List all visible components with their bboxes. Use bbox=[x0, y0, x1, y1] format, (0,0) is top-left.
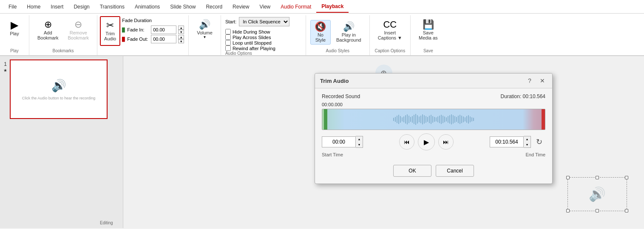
dialog-title: Trim Audio bbox=[320, 78, 349, 84]
tab-animations[interactable]: Animations bbox=[130, 1, 165, 12]
hide-during-show-checkbox[interactable] bbox=[225, 29, 231, 34]
end-time-spinner[interactable]: ▲ ▼ bbox=[524, 136, 531, 148]
handle-bm[interactable] bbox=[596, 209, 599, 212]
no-style-label: NoStyle bbox=[315, 32, 326, 42]
start-time-down[interactable]: ▼ bbox=[356, 142, 363, 147]
loop-until-stopped-label: Loop until Stopped bbox=[233, 40, 272, 45]
tab-playback[interactable]: Playback bbox=[316, 1, 349, 13]
no-style-button[interactable]: 🔇 NoStyle bbox=[310, 20, 331, 45]
ribbon-tabs-bar: File Home Insert Design Transitions Anim… bbox=[0, 0, 644, 14]
volume-button[interactable]: 🔊 Volume ▼ bbox=[193, 18, 216, 41]
remove-bookmark-button[interactable]: ⊖ RemoveBookmark bbox=[64, 18, 93, 42]
fade-out-down[interactable]: ▼ bbox=[178, 39, 184, 43]
play-pause-button[interactable]: ▶ bbox=[418, 133, 435, 150]
tab-audio-format[interactable]: Audio Format bbox=[275, 1, 316, 12]
trim-audio-dialog: Trim Audio ? ✕ Recorded Sound Duration: … bbox=[315, 73, 553, 184]
save-content: 💾 SaveMedia as bbox=[414, 16, 443, 48]
waveform-end-handle[interactable] bbox=[542, 109, 545, 130]
end-time-down[interactable]: ▼ bbox=[524, 142, 531, 147]
tab-record[interactable]: Record bbox=[201, 1, 227, 12]
ribbon-group-save: 💾 SaveMedia as Save bbox=[411, 15, 446, 55]
add-bookmark-label: AddBookmark bbox=[37, 30, 59, 40]
fade-in-row: ▉ Fade In: ▲ ▼ bbox=[122, 25, 184, 34]
fade-in-up[interactable]: ▲ bbox=[178, 25, 184, 30]
fade-in-bar-icon: ▉ bbox=[122, 28, 125, 32]
loop-until-stopped-checkbox[interactable] bbox=[225, 40, 231, 45]
captions-icon: CC bbox=[383, 20, 397, 29]
waveform-lines bbox=[393, 109, 474, 130]
trim-audio-button[interactable]: ✂ TrimAudio bbox=[100, 16, 120, 46]
play-button[interactable]: ▶ Play bbox=[4, 18, 25, 38]
rewind-checkbox[interactable] bbox=[225, 45, 231, 51]
fade-in-label: Fade In: bbox=[127, 27, 149, 32]
tab-slideshow[interactable]: Slide Show bbox=[165, 1, 201, 12]
end-time-up[interactable]: ▲ bbox=[524, 136, 531, 142]
save-label: SaveMedia as bbox=[419, 30, 438, 40]
handle-bl[interactable] bbox=[566, 209, 570, 212]
start-row: Start: In Click Sequence bbox=[225, 17, 289, 26]
handle-br[interactable] bbox=[625, 209, 628, 212]
fade-out-label: Fade Out: bbox=[127, 37, 149, 42]
handle-tl[interactable] bbox=[566, 176, 570, 179]
canvas-area: ⊕ Trim Audio ? ✕ Recorded Sound Duration… bbox=[123, 56, 644, 228]
no-style-icon: 🔇 bbox=[315, 22, 326, 31]
hide-during-show-row: Hide During Show bbox=[225, 29, 270, 34]
save-media-button[interactable]: 💾 SaveMedia as bbox=[415, 18, 442, 42]
play-background-button[interactable]: 🔊 Play inBackground bbox=[332, 20, 365, 45]
rewind-button[interactable]: ⏮ bbox=[399, 134, 414, 150]
tab-design[interactable]: Design bbox=[68, 1, 94, 12]
slide-panel: 1 ★ 🔊 Click the Audio button to hear the… bbox=[0, 56, 123, 228]
start-select[interactable]: In Click Sequence bbox=[239, 17, 289, 26]
captions-content: CC InsertCaptions ▼ bbox=[373, 16, 407, 48]
slide-image[interactable]: 🔊 Click the Audio button to hear the rec… bbox=[10, 59, 108, 119]
fast-forward-button[interactable]: ⏭ bbox=[438, 134, 454, 150]
fade-section: Fade Duration ▉ Fade In: ▲ ▼ ▉ Fade Out:… bbox=[120, 16, 186, 45]
play-across-slides-checkbox[interactable] bbox=[225, 34, 231, 40]
insert-captions-button[interactable]: CC InsertCaptions ▼ bbox=[374, 18, 406, 42]
trim-audio-icon: ✂ bbox=[106, 21, 114, 30]
start-time-input[interactable] bbox=[322, 136, 356, 147]
dialog-header-row: Recorded Sound Duration: 00:10.564 bbox=[322, 93, 545, 99]
tab-review[interactable]: Review bbox=[227, 1, 254, 12]
start-time-spinner[interactable]: ▲ ▼ bbox=[356, 136, 363, 148]
handle-tr[interactable] bbox=[625, 176, 628, 179]
tab-transitions[interactable]: Transitions bbox=[95, 1, 130, 12]
tab-home[interactable]: Home bbox=[22, 1, 45, 12]
save-group-label: Save bbox=[423, 48, 433, 54]
preview-group-content: ▶ Play bbox=[3, 16, 26, 48]
selected-audio-object: 🔊 bbox=[568, 178, 627, 211]
end-time-input[interactable] bbox=[490, 136, 524, 147]
play-across-slides-row: Play Across Slides bbox=[225, 34, 271, 40]
play-across-slides-label: Play Across Slides bbox=[233, 35, 271, 40]
cancel-button[interactable]: Cancel bbox=[436, 165, 474, 177]
tab-view[interactable]: View bbox=[254, 1, 275, 12]
ribbon-group-volume: 🔊 Volume ▼ bbox=[189, 15, 221, 55]
fade-in-input[interactable] bbox=[151, 25, 176, 34]
waveform-fill bbox=[326, 109, 542, 130]
trim-audio-label: TrimAudio bbox=[104, 31, 116, 41]
slide-number: 1 bbox=[4, 61, 7, 67]
dialog-help-button[interactable]: ? bbox=[525, 76, 534, 85]
rewind-label: Rewind after Playing bbox=[233, 46, 275, 51]
duration-value: Duration: 00:10.564 bbox=[501, 93, 545, 99]
add-bookmark-button[interactable]: ⊕ AddBookmark bbox=[34, 18, 62, 42]
tab-file[interactable]: File bbox=[3, 1, 22, 12]
start-time-up[interactable]: ▲ bbox=[356, 136, 363, 142]
time-controls-row: ▲ ▼ ⏮ ▶ ⏭ ▲ ▼ bbox=[322, 133, 545, 150]
waveform-container[interactable] bbox=[322, 109, 545, 130]
tab-insert[interactable]: Insert bbox=[45, 1, 68, 12]
handle-tm[interactable] bbox=[596, 176, 599, 179]
dialog-close-button[interactable]: ✕ bbox=[538, 76, 547, 85]
playback-controls: ⏮ ▶ ⏭ bbox=[399, 133, 454, 150]
fade-out-up[interactable]: ▲ bbox=[178, 35, 184, 39]
ribbon-group-bookmarks: ⊕ AddBookmark ⊖ RemoveBookmark Bookmarks bbox=[29, 15, 97, 55]
ribbon-group-editing: ✂ TrimAudio Fade Duration ▉ Fade In: ▲ ▼… bbox=[97, 15, 189, 55]
fade-in-down[interactable]: ▼ bbox=[178, 30, 184, 34]
fade-out-input[interactable] bbox=[151, 35, 176, 43]
fade-in-spinner[interactable]: ▲ ▼ bbox=[178, 25, 184, 34]
waveform-start-handle[interactable] bbox=[324, 109, 327, 130]
ok-button[interactable]: OK bbox=[393, 165, 431, 177]
ribbon-toolbar: ▶ Play Play ⊕ AddBookmark ⊖ RemoveBookma… bbox=[0, 14, 644, 56]
reset-button[interactable]: ↻ bbox=[533, 136, 545, 148]
fade-out-spinner[interactable]: ▲ ▼ bbox=[178, 35, 184, 43]
